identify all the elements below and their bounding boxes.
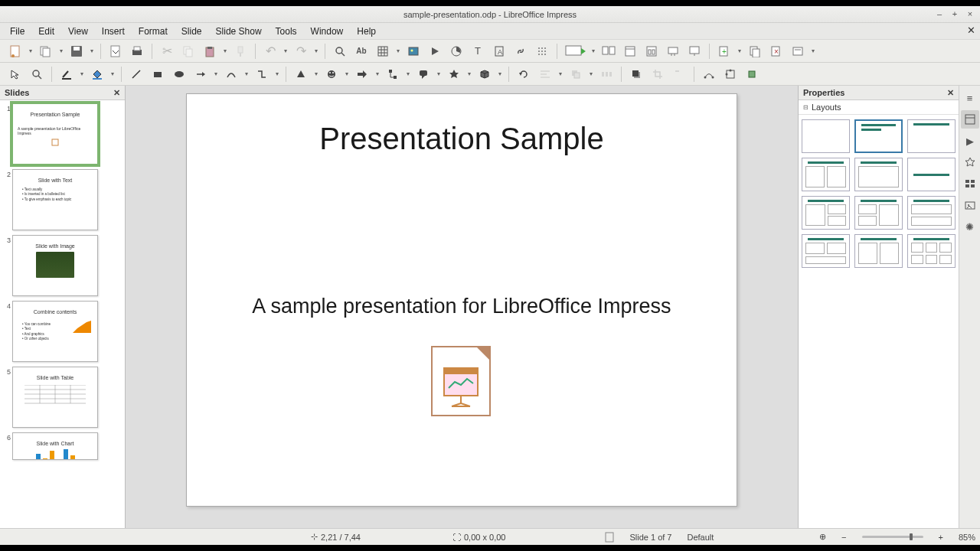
layout-six[interactable]	[907, 234, 956, 268]
arrow-tool-icon[interactable]	[191, 65, 210, 83]
3d-icon[interactable]	[475, 65, 494, 83]
menu-file[interactable]: File	[3, 24, 31, 38]
basic-shapes-icon[interactable]	[292, 65, 310, 83]
display-views-icon[interactable]	[664, 42, 682, 60]
slide-impress-icon[interactable]	[430, 345, 493, 419]
block-arrows-icon[interactable]	[353, 65, 371, 83]
menu-help[interactable]: Help	[350, 24, 383, 38]
slide-thumb-5[interactable]: Slide with Table	[12, 367, 98, 428]
slide-thumb-1[interactable]: Presentation Sample A sample presentatio…	[12, 103, 98, 165]
curve-dropdown[interactable]: ▾	[243, 65, 250, 83]
flowchart-icon[interactable]	[384, 65, 402, 83]
templates-icon[interactable]	[37, 42, 55, 60]
menu-slide[interactable]: Slide	[175, 24, 209, 38]
zoom-out-icon[interactable]: −	[841, 533, 846, 542]
flowchart-dropdown[interactable]: ▾	[405, 65, 411, 83]
start-slideshow-icon[interactable]	[563, 42, 587, 60]
paste-dropdown[interactable]: ▾	[222, 42, 228, 60]
rectangle-icon[interactable]	[149, 65, 167, 83]
chart-icon[interactable]	[447, 42, 466, 60]
close-properties-icon[interactable]: ✕	[947, 88, 954, 98]
ellipse-icon[interactable]	[170, 65, 188, 83]
hyperlink-icon[interactable]	[511, 42, 530, 60]
paste-icon[interactable]	[201, 42, 219, 60]
zoom-knob[interactable]	[910, 533, 913, 540]
slide-thumb-4[interactable]: Combine contents • You can combine • Tex…	[12, 301, 98, 362]
layout-stack[interactable]	[907, 196, 956, 230]
line-color-dropdown[interactable]: ▾	[79, 65, 85, 83]
new-slide-dropdown[interactable]: ▾	[737, 42, 743, 60]
block-arrows-dropdown[interactable]: ▾	[374, 65, 381, 83]
basic-shapes-dropdown[interactable]: ▾	[313, 65, 319, 83]
layout-blank[interactable]	[802, 119, 850, 153]
slide-thumb-6[interactable]: Slide with Chart	[12, 432, 98, 460]
textbox-vertical-icon[interactable]: A	[490, 42, 508, 60]
new-slide-icon[interactable]: +	[715, 42, 733, 60]
new-doc-icon[interactable]	[6, 42, 24, 60]
slide-title-text[interactable]: Presentation Sample	[187, 122, 737, 156]
menu-format[interactable]: Format	[132, 24, 175, 38]
image-icon[interactable]	[404, 42, 423, 60]
layout-two-content[interactable]	[802, 158, 850, 191]
sidebar-navigator-icon[interactable]: ✺	[961, 217, 979, 236]
layout-title-content[interactable]	[854, 119, 903, 153]
sidebar-master-icon[interactable]	[961, 174, 979, 193]
layouts-section-header[interactable]: ⊟ Layouts	[799, 100, 959, 115]
layout-two-box-b[interactable]	[854, 196, 903, 230]
connector-icon[interactable]	[253, 65, 271, 83]
curve-icon[interactable]	[222, 65, 240, 83]
slide-props-icon[interactable]	[789, 42, 807, 60]
layout-title-content2[interactable]	[854, 158, 903, 191]
save-dropdown[interactable]: ▾	[89, 42, 95, 60]
points-icon[interactable]	[700, 65, 718, 83]
layout-two-box-a[interactable]	[802, 196, 850, 230]
close-document-icon[interactable]: ✕	[967, 24, 975, 36]
menu-edit[interactable]: Edit	[31, 24, 61, 38]
slide-thumb-2[interactable]: Slide with Text • Text usually • Is inse…	[12, 169, 98, 230]
sidebar-settings-icon[interactable]: ≡	[961, 89, 979, 107]
grid-icon[interactable]	[533, 42, 551, 60]
sidebar-gallery-icon[interactable]	[961, 196, 979, 214]
slide-subtitle-text[interactable]: A sample presentation for LibreOffice Im…	[187, 295, 737, 318]
sidebar-animation-icon[interactable]	[961, 153, 979, 171]
media-icon[interactable]	[426, 42, 444, 60]
stars-icon[interactable]	[445, 65, 463, 83]
zoom-slider[interactable]	[862, 536, 923, 538]
layout-four[interactable]	[854, 234, 903, 268]
menu-window[interactable]: Window	[304, 24, 351, 38]
pointer-icon[interactable]	[6, 65, 24, 83]
delete-slide-icon[interactable]: ×	[767, 42, 786, 60]
line-tool-icon[interactable]	[127, 65, 145, 83]
save-icon[interactable]	[67, 42, 86, 60]
sidebar-properties-icon[interactable]	[961, 110, 979, 129]
close-window-icon[interactable]: ×	[965, 8, 975, 19]
sidebar-transitions-icon[interactable]: ▶	[961, 132, 979, 150]
menu-tools[interactable]: Tools	[269, 24, 304, 38]
arrow-dropdown[interactable]: ▾	[213, 65, 219, 83]
canvas-area[interactable]: Presentation Sample A sample presentatio…	[126, 86, 798, 528]
fill-color-dropdown[interactable]: ▾	[109, 65, 116, 83]
fit-page-icon[interactable]: ⊕	[819, 532, 826, 542]
3d-dropdown[interactable]: ▾	[497, 65, 503, 83]
zoom-pan-icon[interactable]	[28, 65, 46, 83]
glue-points-icon[interactable]	[721, 65, 740, 83]
menu-view[interactable]: View	[61, 24, 95, 38]
layout-title-only[interactable]	[907, 119, 956, 153]
callout-icon[interactable]	[414, 65, 433, 83]
new-doc-dropdown[interactable]: ▾	[28, 42, 34, 60]
symbol-shapes-icon[interactable]	[322, 65, 341, 83]
slide-thumbnails[interactable]: 1 Presentation Sample A sample presentat…	[0, 100, 125, 528]
textbox-icon[interactable]: T	[469, 42, 487, 60]
start-current-icon[interactable]	[599, 42, 618, 60]
master-slide-icon[interactable]	[621, 42, 639, 60]
slide-props-dropdown[interactable]: ▾	[810, 42, 816, 60]
connector-dropdown[interactable]: ▾	[274, 65, 280, 83]
maximize-icon[interactable]: +	[949, 8, 960, 19]
line-color-icon[interactable]	[57, 65, 76, 83]
callout-dropdown[interactable]: ▾	[436, 65, 442, 83]
slideshow-dropdown[interactable]: ▾	[590, 42, 596, 60]
zoom-value[interactable]: 85%	[959, 533, 975, 542]
symbol-dropdown[interactable]: ▾	[344, 65, 350, 83]
templates-dropdown[interactable]: ▾	[58, 42, 64, 60]
find-replace-icon[interactable]	[331, 42, 349, 60]
